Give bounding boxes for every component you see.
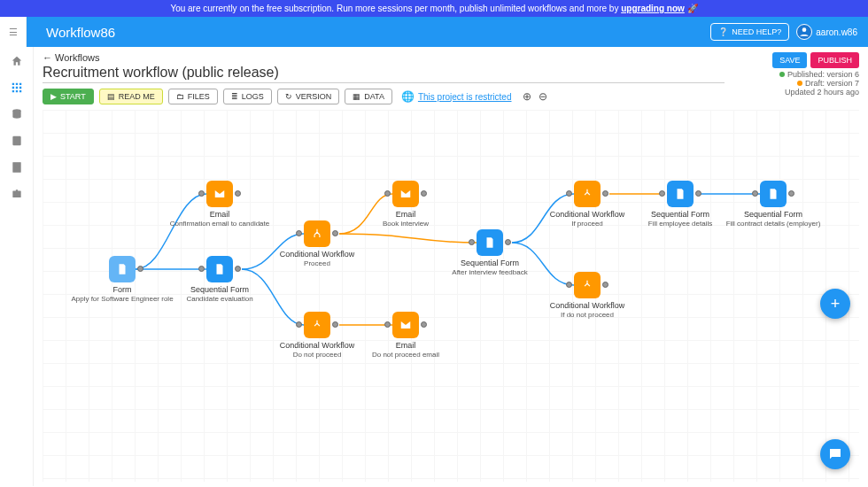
files-button[interactable]: 🗀FILES [168,89,218,104]
home-icon[interactable] [10,54,24,68]
svg-point-0 [802,27,807,32]
email-icon [392,312,419,338]
brand-logo[interactable]: Workflow86 [46,25,115,40]
draft-status: Draft: version 7 [772,79,859,88]
node-form[interactable]: Form Apply for Software Engineer role [69,256,175,303]
play-icon: ▶ [50,92,57,101]
node-seq-evaluation[interactable]: Sequential Form Candidate evaluation [167,256,273,303]
form-icon [760,181,787,207]
updated-status: Updated 2 hours ago [772,88,859,97]
zoom-in-icon[interactable]: ⊕ [523,90,531,103]
list-icon: ≣ [231,92,238,101]
back-arrow-icon: ← [43,52,52,63]
clock-icon: ↻ [285,92,292,101]
doc-icon: ▤ [107,92,115,101]
logs-button[interactable]: ≣LOGS [223,89,272,104]
svg-rect-2 [12,136,20,146]
workflow-canvas[interactable]: Form Apply for Software Engineer role Em… [43,110,859,482]
node-email-book[interactable]: Email Book interview [353,181,459,228]
user-name: aaron.w86 [816,27,857,37]
form-icon [667,181,694,207]
branch-icon [304,312,330,338]
node-seq-employee[interactable]: Sequential Form Fill employee details [627,181,733,228]
email-icon [392,181,419,207]
avatar-icon [796,24,812,40]
node-cond-ifproceed[interactable]: Conditional Workflow If proceed [534,181,640,228]
branch-icon [574,181,601,207]
published-status: Published: version 6 [772,70,859,79]
form-icon [477,229,503,256]
save-button[interactable]: SAVE [772,52,807,68]
contacts-icon[interactable] [10,134,24,148]
left-sidebar [0,47,34,486]
banner-text: You are currently on the free subscripti… [170,4,621,13]
folder-icon: 🗀 [176,92,184,101]
chat-button[interactable] [820,439,850,469]
add-node-button[interactable]: + [820,289,850,319]
version-button[interactable]: ↻VERSION [277,89,340,104]
import-icon[interactable] [10,160,24,174]
node-email-noproceed[interactable]: Email Do not proceed email [353,312,459,359]
briefcase-icon[interactable] [10,187,24,201]
node-seq-contract[interactable]: Sequential Form Fill contract details (e… [720,181,826,228]
branch-icon [304,220,330,247]
form-icon [109,256,136,282]
back-label: Workflows [55,52,100,63]
need-help-button[interactable]: ❔ NEED HELP? [710,23,789,41]
branch-icon [574,272,601,298]
user-menu[interactable]: aaron.w86 [796,24,857,40]
help-icon: ❔ [718,27,728,36]
node-cond-ifnoproceed[interactable]: Conditional Workflow If do not proceed [534,272,640,319]
node-email-confirmation[interactable]: Email Confirmation email to candidate [167,181,273,228]
upgrade-banner[interactable]: You are currently on the free subscripti… [0,0,868,17]
rocket-icon: 🚀 [687,4,698,13]
zoom-out-icon[interactable]: ⊖ [539,90,547,103]
back-link[interactable]: ← Workflows [43,52,100,63]
data-button[interactable]: ▦DATA [345,89,392,104]
database-icon[interactable] [10,107,24,121]
start-button[interactable]: ▶START [43,89,94,104]
form-icon [206,256,233,282]
toolbar: ▶START ▤READ ME 🗀FILES ≣LOGS ↻VERSION ▦D… [43,89,859,104]
grid-icon[interactable] [10,81,24,95]
email-icon [206,181,233,207]
banner-cta[interactable]: upgrading now [621,4,685,13]
globe-icon: 🌐 [401,90,415,103]
readme-button[interactable]: ▤READ ME [99,89,163,104]
publish-button[interactable]: PUBLISH [810,52,859,68]
table-icon: ▦ [353,92,360,101]
page-title: Recruitment workflow (public release) [43,65,725,83]
menu-toggle[interactable]: ☰ [0,17,27,47]
restricted-link[interactable]: This project is restricted [418,92,512,102]
need-help-label: NEED HELP? [732,27,781,36]
node-seq-feedback[interactable]: Sequential Form After interview feedback [437,229,543,276]
